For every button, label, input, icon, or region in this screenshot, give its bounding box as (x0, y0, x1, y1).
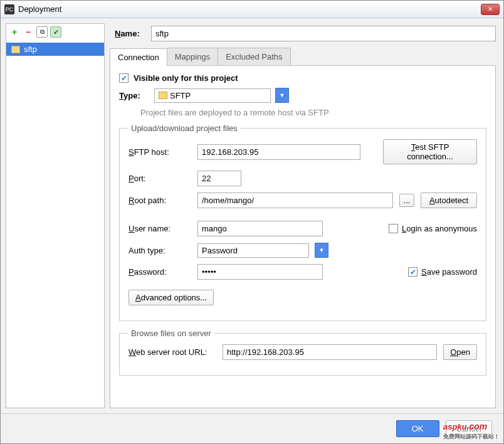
save-password-checkbox[interactable] (408, 267, 417, 277)
password-input[interactable] (197, 264, 323, 280)
autodetect-button[interactable]: Autodetect (421, 193, 477, 208)
host-label: SFTP host: (129, 147, 191, 157)
host-input[interactable] (197, 144, 360, 160)
open-button[interactable]: Open (443, 344, 477, 360)
sftp-icon (11, 46, 20, 53)
name-input[interactable] (151, 26, 496, 41)
name-label: Name: (115, 29, 146, 38)
close-button[interactable]: ✕ (481, 4, 500, 15)
password-label: Password: (129, 267, 191, 277)
type-select[interactable]: SFTP (154, 88, 271, 103)
root-label: Root path: (129, 196, 191, 205)
auth-select[interactable]: Password (197, 243, 309, 258)
type-dropdown-icon[interactable]: ▼ (275, 88, 289, 103)
port-label: Port: (129, 174, 191, 183)
upload-group-label: Upload/download project files (129, 124, 240, 133)
root-input[interactable] (197, 193, 393, 208)
weburl-input[interactable] (223, 344, 437, 360)
sidebar: + − ⧉ ✔ sftp (6, 23, 105, 408)
tab-bar: Connection Mappings Excluded Paths (110, 48, 496, 66)
browse-root-button[interactable]: ... (399, 194, 414, 207)
validate-icon[interactable]: ✔ (50, 26, 61, 38)
add-icon[interactable]: + (9, 26, 20, 38)
auth-dropdown-icon[interactable]: ▼ (315, 243, 328, 258)
anonymous-checkbox[interactable] (389, 224, 398, 233)
tab-excluded[interactable]: Excluded Paths (218, 48, 290, 65)
save-password-label: Save password (421, 267, 477, 277)
sftp-type-icon (159, 92, 167, 99)
ok-button[interactable]: OK (396, 420, 439, 437)
remove-icon[interactable]: − (23, 26, 34, 38)
advanced-options-button[interactable]: Advanced options... (129, 290, 214, 305)
tab-connection[interactable]: Connection (110, 48, 167, 66)
tab-mappings[interactable]: Mappings (167, 48, 218, 65)
sidebar-item-label: sftp (24, 45, 37, 54)
browse-group-label: Browse files on server (129, 329, 214, 338)
port-input[interactable] (197, 171, 241, 186)
visible-only-checkbox[interactable] (119, 73, 129, 83)
sidebar-item-sftp[interactable]: sftp (6, 43, 104, 56)
copy-icon[interactable]: ⧉ (36, 26, 48, 38)
window-title: Deployment (18, 4, 61, 14)
type-hint: Project files are deployed to a remote h… (140, 108, 486, 117)
visible-only-label: Visible only for this project (134, 73, 238, 83)
user-label: User name: (129, 224, 191, 233)
cancel-button[interactable]: Cancel (446, 420, 492, 437)
user-input[interactable] (197, 221, 323, 236)
weburl-label: Web server root URL: (129, 347, 216, 357)
type-label: Type: (119, 91, 149, 100)
test-connection-button[interactable]: Test SFTP connection... (383, 139, 477, 164)
auth-label: Auth type: (129, 246, 191, 255)
anonymous-label: Login as anonymous (402, 224, 477, 233)
app-icon: PC (4, 4, 14, 14)
